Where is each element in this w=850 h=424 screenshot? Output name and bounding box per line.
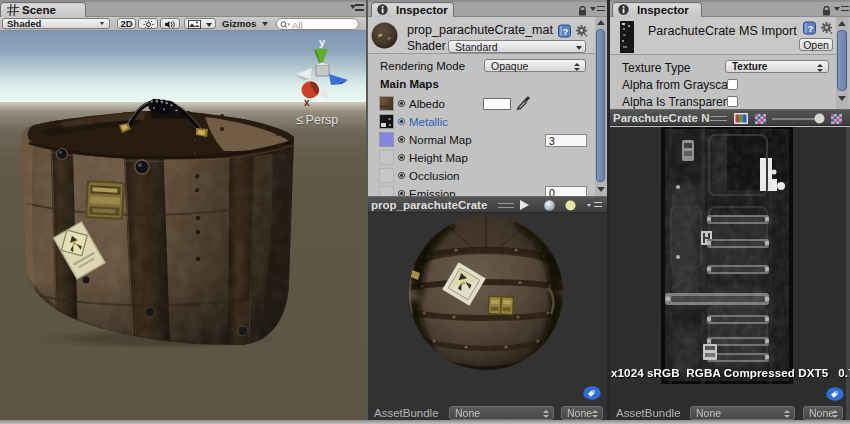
svg-text:?: ? [563, 26, 569, 37]
svg-text:y: y [319, 36, 326, 48]
svg-text:?: ? [808, 23, 814, 34]
svg-text:x: x [304, 97, 310, 108]
